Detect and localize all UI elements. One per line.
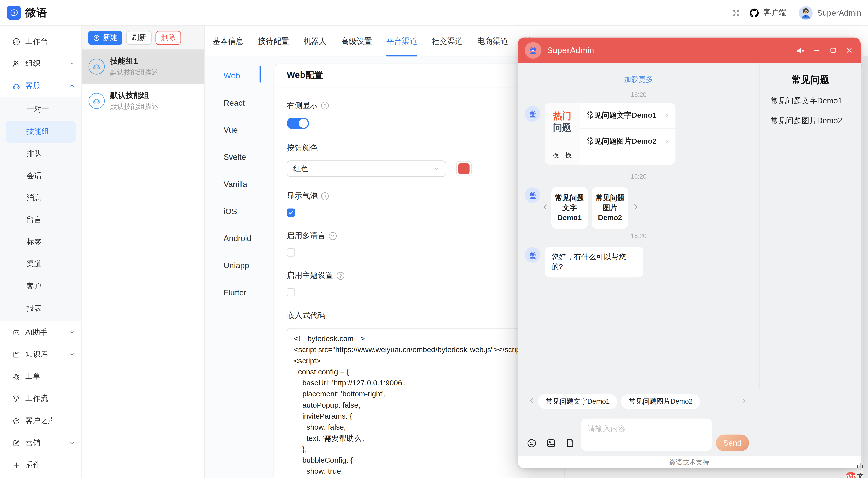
carousel-card-line: 常见问题 <box>596 193 624 203</box>
help-icon[interactable] <box>329 232 337 240</box>
sidebar-item-marketing[interactable]: 营销 <box>0 432 81 454</box>
field-label: 启用主题设置 <box>287 271 333 281</box>
help-icon[interactable] <box>337 272 344 280</box>
list-item-title: 技能组1 <box>110 56 158 66</box>
sidebar-item-label: 工单 <box>26 372 40 382</box>
refresh-questions-button[interactable]: 换一换 <box>553 151 572 160</box>
tab-social-channels[interactable]: 社交渠道 <box>432 26 463 56</box>
subtab-react[interactable]: React <box>205 89 261 116</box>
create-button[interactable]: 新建 <box>88 31 122 44</box>
top-bar: 微语 客户端 <box>0 0 868 26</box>
tab-reception-config[interactable]: 接待配置 <box>258 26 289 56</box>
color-swatch-button[interactable] <box>456 161 472 177</box>
sidebar-item-conversation[interactable]: 会话 <box>0 165 81 187</box>
close-icon[interactable] <box>845 46 854 55</box>
list-item-desc: 默认技能组描述 <box>110 102 158 111</box>
chat-header[interactable]: SuperAdmin <box>518 37 861 63</box>
maximize-icon[interactable] <box>829 46 838 55</box>
username-label[interactable]: SuperAdmin <box>817 8 861 17</box>
subtab-flutter[interactable]: Flutter <box>205 279 261 306</box>
sidebar-item-customer[interactable]: 客户 <box>0 275 81 297</box>
list-item-default-skill-group[interactable]: 默认技能组 默认技能组描述 <box>82 84 204 118</box>
sidebar-item-organization[interactable]: 组织 <box>0 53 81 75</box>
client-link[interactable]: 客户端 <box>764 8 787 18</box>
chips-right-arrow[interactable] <box>740 397 747 404</box>
tab-basic-info[interactable]: 基本信息 <box>213 26 244 56</box>
sidebar-item-plugin[interactable]: 插件 <box>0 454 81 476</box>
subtab-svelte[interactable]: Svelte <box>205 143 261 170</box>
bot-avatar <box>525 187 540 203</box>
sidebar-item-one-to-one[interactable]: 一对一 <box>0 98 81 121</box>
delete-button[interactable]: 删除 <box>156 31 181 44</box>
sidebar-item-report[interactable]: 报表 <box>0 297 81 319</box>
carousel-card[interactable]: 常见问题 图片 Demo2 <box>592 187 628 229</box>
mute-icon[interactable] <box>796 45 805 55</box>
sidebar-item-voice-of-customer[interactable]: 客户之声 <box>0 410 81 432</box>
right-display-toggle[interactable] <box>287 118 309 129</box>
image-upload-icon[interactable] <box>546 438 556 449</box>
faq-item[interactable]: 常见问题文字Demo1 <box>771 96 861 106</box>
sidebar-item-channel[interactable]: 渠道 <box>0 253 81 275</box>
help-icon[interactable] <box>321 193 329 200</box>
subtab-android[interactable]: Android <box>205 225 261 251</box>
faq-chip[interactable]: 常见问题文字Demo1 <box>538 394 617 409</box>
user-avatar[interactable] <box>799 6 813 20</box>
emoji-icon[interactable] <box>526 438 537 449</box>
button-color-select[interactable]: 红色 <box>287 160 446 177</box>
sidebar-item-skill-group[interactable]: 技能组 <box>5 121 76 143</box>
subtab-vanilla[interactable]: Vanilla <box>205 170 261 198</box>
carousel-card[interactable]: 常见问题 文字 Demo1 <box>551 187 588 229</box>
refresh-button[interactable]: 刷新 <box>126 31 152 44</box>
message-input[interactable] <box>581 419 712 451</box>
hot-tag-line1: 热门 <box>553 110 571 122</box>
file-upload-icon[interactable] <box>565 438 575 448</box>
hot-question-item[interactable]: 常见问题图片Demo2 <box>580 128 675 154</box>
sidebar-item-ai-assistant[interactable]: AI助手 <box>0 321 81 343</box>
headset-circle-icon <box>89 93 105 109</box>
carousel-right-arrow[interactable] <box>632 203 640 211</box>
subtab-divider <box>261 61 261 321</box>
minimize-icon[interactable] <box>813 46 822 55</box>
sidebar-item-label: 工作流 <box>26 394 48 404</box>
watermark-text: 中文网 <box>857 462 868 478</box>
sidebar-item-message[interactable]: 消息 <box>0 187 81 209</box>
github-icon[interactable] <box>750 8 759 18</box>
load-more-link[interactable]: 加载更多 <box>518 75 760 85</box>
list-item-skill-group-1[interactable]: 技能组1 默认技能组描述 <box>82 50 204 84</box>
send-button[interactable]: Send <box>716 435 749 451</box>
subtab-ios[interactable]: iOS <box>205 198 261 225</box>
faq-panel-title: 常见问题 <box>760 73 861 86</box>
sidebar-item-knowledge-base[interactable]: 知识库 <box>0 343 81 366</box>
fullscreen-icon[interactable] <box>732 8 741 18</box>
subtab-vue[interactable]: Vue <box>205 116 261 143</box>
subtab-web[interactable]: Web <box>205 62 261 89</box>
carousel-left-arrow[interactable] <box>541 203 549 211</box>
show-bubble-checkbox[interactable] <box>287 209 295 217</box>
sidebar-item-workbench[interactable]: 工作台 <box>0 30 81 53</box>
list-item-desc: 默认技能组描述 <box>110 68 158 77</box>
subtab-uniapp[interactable]: Uniapp <box>205 251 261 279</box>
tab-platform-channels[interactable]: 平台渠道 <box>386 26 417 56</box>
sidebar-item-workflow[interactable]: 工作流 <box>0 388 81 410</box>
sidebar-item-ticket[interactable]: 工单 <box>0 366 81 388</box>
sidebar-item-tag[interactable]: 标签 <box>0 231 81 253</box>
tab-ecommerce-channels[interactable]: 电商渠道 <box>477 26 508 56</box>
help-icon[interactable] <box>321 102 329 109</box>
message-timestamp: 16:20 <box>518 233 760 239</box>
hot-question-item[interactable]: 常见问题文字Demo1 <box>580 103 675 128</box>
chips-left-arrow[interactable] <box>528 397 535 404</box>
book-icon <box>12 350 21 358</box>
faq-chip[interactable]: 常见问题图片Demo2 <box>621 394 701 409</box>
field-label: 嵌入式代码 <box>287 311 326 321</box>
hot-question-label: 常见问题文字Demo1 <box>587 111 657 121</box>
hot-tag-line2: 问题 <box>553 122 571 133</box>
faq-item[interactable]: 常见问题图片Demo2 <box>771 116 861 126</box>
bot-avatar <box>525 247 540 263</box>
theme-checkbox[interactable] <box>287 288 295 296</box>
multilang-checkbox[interactable] <box>287 248 295 257</box>
sidebar-item-customer-service[interactable]: 客服 <box>0 75 81 97</box>
sidebar-item-leave-message[interactable]: 留言 <box>0 209 81 231</box>
tab-robot[interactable]: 机器人 <box>303 26 327 56</box>
sidebar-item-queue[interactable]: 排队 <box>0 143 81 165</box>
tab-advanced-settings[interactable]: 高级设置 <box>341 26 372 56</box>
